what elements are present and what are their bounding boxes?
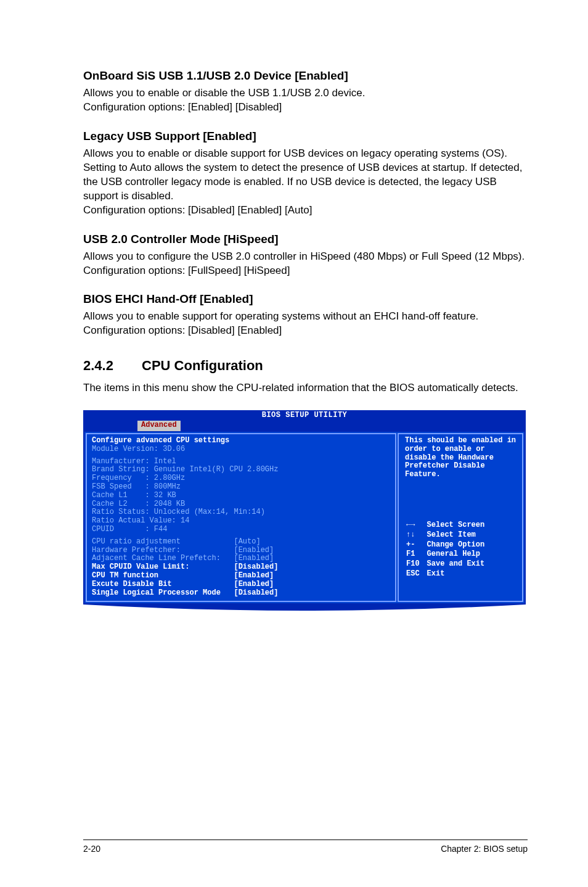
footer-page-number: 2-20 [83, 844, 100, 854]
legend-text: Exit [427, 570, 491, 579]
bios-config-head: Configure advanced CPU settings [92, 437, 390, 445]
legend-key: F10 [406, 560, 426, 569]
section-usb20-mode: USB 2.0 Controller Mode [HiSpeed] Allows… [83, 233, 526, 278]
section-onboard-sis: OnBoard SiS USB 1.1/USB 2.0 Device [Enab… [83, 69, 526, 115]
bios-setting-row[interactable]: CPU TM function [Enabled] [92, 572, 390, 580]
bios-info-line: Ratio Status: Unlocked (Max:14, Min:14) [92, 508, 390, 517]
legend-key: ↑↓ [406, 531, 426, 540]
bios-legend-row: ↑↓Select Item [406, 531, 491, 540]
bios-legend-row: F10Save and Exit [406, 560, 491, 569]
legend-key: ESC [406, 570, 426, 579]
bios-body: Configure advanced CPU settings Module V… [83, 432, 526, 604]
heading: USB 2.0 Controller Mode [HiSpeed] [83, 233, 526, 246]
page-footer: 2-20 Chapter 2: BIOS setup [0, 840, 588, 854]
heading: Legacy USB Support [Enabled] [83, 130, 526, 143]
legend-text: General Help [427, 550, 491, 559]
legend-text: Select Item [427, 531, 491, 540]
bios-setting-row[interactable]: Single Logical Processor Mode [Disabled] [92, 589, 390, 598]
bios-info-line: FSB Speed : 800MHz [92, 483, 390, 492]
bios-titlebar: BIOS SETUP UTILITY [83, 410, 526, 421]
legend-key: +- [406, 541, 426, 550]
bios-legend-row: ESCExit [406, 570, 491, 579]
legend-text: Select Screen [427, 521, 491, 530]
heading: 2.4.2CPU Configuration [83, 358, 526, 374]
bios-module-version: Module Version: 3D.06 [92, 445, 390, 454]
bios-legend-row: +-Change Option [406, 541, 491, 550]
body: Allows you to enable or disable support … [83, 147, 526, 218]
section-legacy-usb: Legacy USB Support [Enabled] Allows you … [83, 130, 526, 218]
bios-setting-row[interactable]: Adjacent Cache Line Prefetch: [Enabled] [92, 555, 390, 563]
section-cpu-config: 2.4.2CPU Configuration The items in this… [83, 358, 526, 395]
bios-info-line: Cache L2 : 2048 KB [92, 500, 390, 509]
bios-info-line: CPUID : F44 [92, 526, 390, 534]
bios-help-text: This should be enabled in order to enabl… [405, 437, 518, 479]
body: Allows you to enable or disable the USB … [83, 86, 526, 115]
section-number: 2.4.2 [83, 358, 142, 374]
bios-info-line: Cache L1 : 32 KB [92, 492, 390, 500]
section-bios-ehci: BIOS EHCI Hand-Off [Enabled] Allows you … [83, 292, 526, 338]
bios-tab-advanced[interactable]: Advanced [137, 421, 181, 431]
bios-screenshot: BIOS SETUP UTILITY Advanced Configure ad… [83, 410, 526, 613]
bios-legend-row: ←→Select Screen [406, 521, 491, 530]
bios-legend-row: F1General Help [406, 550, 491, 559]
bios-info-line: Frequency : 2.80GHz [92, 474, 390, 483]
heading: OnBoard SiS USB 1.1/USB 2.0 Device [Enab… [83, 69, 526, 83]
bios-setting-row[interactable]: Hardware Prefetcher: [Enabled] [92, 547, 390, 555]
bios-info-line: Ratio Actual Value: 14 [92, 517, 390, 526]
footer-divider [83, 840, 528, 840]
bios-left-panel: Configure advanced CPU settings Module V… [86, 433, 396, 602]
bios-right-panel: This should be enabled in order to enabl… [398, 433, 523, 602]
legend-key: F1 [406, 550, 426, 559]
legend-text: Change Option [427, 541, 491, 550]
bios-tab-row: Advanced [83, 421, 526, 432]
bios-setting-row[interactable]: Max CPUID Value Limit: [Disabled] [92, 563, 390, 572]
legend-key: ←→ [406, 521, 426, 530]
section-title: CPU Configuration [142, 358, 263, 373]
bios-info-line: Manufacturer: Intel [92, 458, 390, 466]
bios-setting-row[interactable]: Excute Disable Bit [Enabled] [92, 580, 390, 589]
body: Allows you to enable support for operati… [83, 310, 526, 338]
footer-chapter: Chapter 2: BIOS setup [441, 844, 528, 854]
bios-legend: ←→Select Screen↑↓Select Item+-Change Opt… [405, 520, 518, 580]
bios-bottom-curve [83, 604, 526, 613]
body: The items in this menu show the CPU-rela… [83, 381, 526, 395]
bios-info-line: Brand String: Genuine Intel(R) CPU 2.80G… [92, 466, 390, 474]
heading: BIOS EHCI Hand-Off [Enabled] [83, 292, 526, 306]
body: Allows you to configure the USB 2.0 cont… [83, 250, 526, 278]
legend-text: Save and Exit [427, 560, 491, 569]
bios-setting-row[interactable]: CPU ratio adjustment [Auto] [92, 538, 390, 547]
